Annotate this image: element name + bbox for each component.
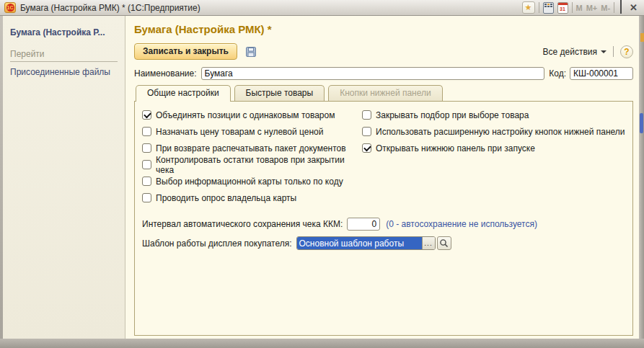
checkbox-icon xyxy=(142,193,151,202)
titlebar: 1С Бумага (Настройка РМК) * (1С:Предприя… xyxy=(0,0,644,16)
checkbox-icon xyxy=(142,160,151,169)
name-input[interactable] xyxy=(201,67,544,80)
calendar-button[interactable]: 31 xyxy=(557,2,568,14)
separator xyxy=(614,2,614,13)
tab-bottom-panel-buttons[interactable]: Кнопки нижней панели xyxy=(328,85,443,101)
checkbox-icon xyxy=(142,177,151,186)
form-area: Бумага (Настройка РМК) * Записать и закр… xyxy=(125,16,639,339)
maximize-button[interactable] xyxy=(618,3,624,12)
navigation-pane: Бумага (Настройка Р... Перейти Присоедин… xyxy=(3,16,125,339)
open-button[interactable] xyxy=(437,236,451,250)
checkbox-open-bottom-panel-startup[interactable]: Открывать нижнюю панель при запуске xyxy=(362,143,625,153)
background-scrollbar-thumb xyxy=(640,113,643,133)
checkbox-merge-identical-goods[interactable]: Объединять позиции с одинаковым товаром xyxy=(142,110,362,120)
save-button[interactable] xyxy=(243,44,259,59)
maximize-icon xyxy=(620,0,622,14)
checkbox-column-right: Закрывать подбор при выборе товара Испол… xyxy=(362,110,625,209)
memory-m-plus-button[interactable]: M+ xyxy=(586,4,598,12)
close-button[interactable]: ✕ xyxy=(627,3,640,12)
autosave-interval-hint: (0 - автосохранение не используется) xyxy=(386,219,537,229)
choose-button[interactable]: ... xyxy=(422,237,435,249)
checkbox-icon xyxy=(142,143,151,153)
checkbox-close-selection[interactable]: Закрывать подбор при выборе товара xyxy=(362,110,625,120)
star-icon: ★ xyxy=(525,4,532,12)
chevron-down-icon xyxy=(601,50,606,53)
tab-general-settings[interactable]: Общие настройки xyxy=(136,85,231,102)
magnifier-icon xyxy=(439,238,449,248)
1c-logo: 1С xyxy=(6,4,14,12)
autosave-interval-label: Интервал автоматического сохранения чека… xyxy=(142,219,343,229)
save-and-close-button[interactable]: Записать и закрыть xyxy=(134,43,237,60)
command-bar: Записать и закрыть Все действия ? xyxy=(134,43,633,60)
window-content: Бумага (Настройка Р... Перейти Присоедин… xyxy=(3,16,639,339)
checkbox-icon xyxy=(142,110,151,120)
code-label: Код: xyxy=(549,68,566,79)
tab-bar: Общие настройки Быстрые товары Кнопки ни… xyxy=(134,85,633,101)
calculator-button[interactable] xyxy=(543,2,554,14)
tab-quick-goods[interactable]: Быстрые товары xyxy=(234,85,325,101)
sidebar-section-goto: Перейти xyxy=(10,49,118,62)
help-button[interactable]: ? xyxy=(620,45,633,58)
separator xyxy=(613,46,614,57)
separator xyxy=(539,2,539,13)
checkbox-extended-bottom-panel[interactable]: Использовать расширенную настройку кнопо… xyxy=(362,126,625,137)
background-window-fragment xyxy=(640,33,644,42)
name-field-row: Наименование: Код: xyxy=(134,67,633,80)
memory-m-minus-button[interactable]: M- xyxy=(601,4,610,12)
autosave-interval-row: Интервал автоматического сохранения чека… xyxy=(142,218,632,231)
tab-panel-general-settings: Объединять позиции с одинаковым товаром … xyxy=(134,101,633,336)
checkbox-print-return-docs[interactable]: При возврате распечатывать пакет докумен… xyxy=(142,143,362,153)
all-actions-label: Все действия xyxy=(543,47,597,57)
checkbox-control-stock[interactable]: Контролировать остатки товаров при закры… xyxy=(142,159,362,170)
memory-m-button[interactable]: M xyxy=(576,4,583,12)
sidebar-item-attached-files[interactable]: Присоединенные файлы xyxy=(10,67,118,77)
checkbox-column-left: Объединять позиции с одинаковым товаром … xyxy=(142,110,362,209)
checkbox-icon xyxy=(362,110,371,120)
display-template-label: Шаблон работы дисплея покупателя: xyxy=(142,238,292,249)
display-template-row: Шаблон работы дисплея покупателя: Основн… xyxy=(142,236,632,250)
checkbox-info-card-by-code[interactable]: Выбор информационной карты только по код… xyxy=(142,176,362,187)
checkbox-assign-price-zero[interactable]: Назначать цену товарам с нулевой ценой xyxy=(142,126,362,137)
floppy-icon xyxy=(245,46,257,58)
titlebar-buttons: ★ 31 M M+ M- ✕ xyxy=(522,1,640,14)
checkbox-icon xyxy=(362,143,371,153)
separator xyxy=(572,2,573,13)
window-title: Бумага (Настройка РМК) * (1С:Предприятие… xyxy=(20,3,200,13)
all-actions-button[interactable]: Все действия xyxy=(543,47,606,57)
1c-app-icon: 1С xyxy=(4,2,16,13)
display-template-value[interactable]: Основной шаблон работы xyxy=(297,237,422,249)
favorites-button[interactable]: ★ xyxy=(522,1,535,14)
page-title: Бумага (Настройка РМК) * xyxy=(134,23,633,35)
checkbox-icon xyxy=(142,127,151,136)
autosave-interval-input[interactable] xyxy=(347,218,380,231)
display-template-input[interactable]: Основной шаблон работы ... xyxy=(296,236,436,250)
name-label: Наименование: xyxy=(134,68,197,79)
code-input[interactable] xyxy=(570,67,633,80)
window-frame-bottom xyxy=(0,339,644,348)
checkbox-icon xyxy=(362,127,371,136)
checkbox-card-owner-survey[interactable]: Проводить опрос владельца карты xyxy=(142,192,362,203)
app-window: 1С Бумага (Настройка РМК) * (1С:Предприя… xyxy=(0,0,644,348)
window-frame-right xyxy=(639,16,644,348)
sidebar-item-current-object[interactable]: Бумага (Настройка Р... xyxy=(10,27,118,37)
